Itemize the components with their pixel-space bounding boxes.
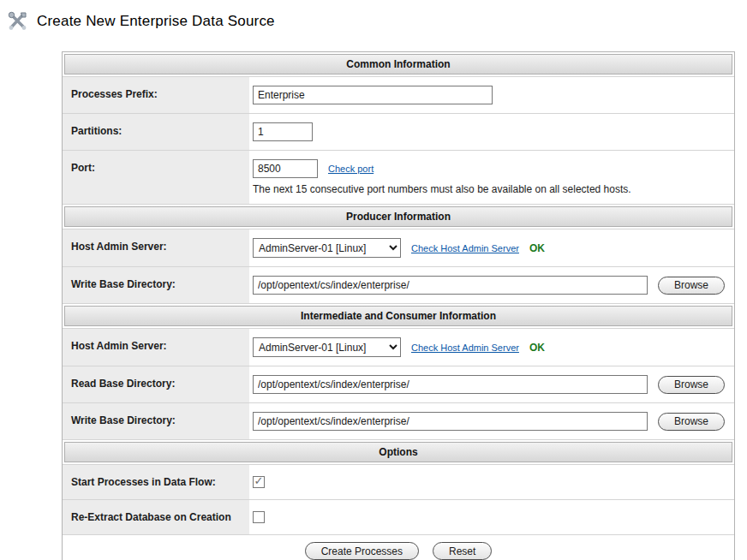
page-header: Create New Enterprise Data Source <box>0 0 747 36</box>
read-dir-input[interactable] <box>253 375 648 394</box>
producer-host-label: Host Admin Server: <box>63 229 249 266</box>
port-label: Port: <box>63 151 249 204</box>
admin-tools-icon <box>6 10 28 33</box>
start-processes-checkbox[interactable] <box>253 476 265 488</box>
section-producer: Producer Information <box>63 205 734 229</box>
read-dir-browse-button[interactable]: Browse <box>658 376 725 394</box>
section-options: Options <box>63 440 734 465</box>
create-processes-button[interactable]: Create Processes <box>305 542 419 560</box>
row-read-dir: Read Base Directory: Browse <box>63 366 734 403</box>
read-dir-label: Read Base Directory: <box>63 366 249 402</box>
intermediate-host-status: OK <box>529 342 545 354</box>
producer-check-host-link[interactable]: Check Host Admin Server <box>411 243 519 253</box>
intermediate-host-label: Host Admin Server: <box>63 329 249 366</box>
form-actions: Create Processes Reset <box>63 535 734 560</box>
row-start-processes: Start Processes in Data Flow: <box>63 465 734 500</box>
producer-write-dir-label: Write Base Directory: <box>63 267 249 303</box>
reextract-label: Re-Extract Database on Creation <box>63 500 249 534</box>
intermediate-write-dir-browse-button[interactable]: Browse <box>658 413 725 431</box>
intermediate-write-dir-label: Write Base Directory: <box>63 403 249 439</box>
row-producer-write-dir: Write Base Directory: Browse <box>63 267 734 304</box>
start-processes-label: Start Processes in Data Flow: <box>63 465 249 499</box>
producer-host-status: OK <box>529 242 545 254</box>
section-common: Common Information <box>63 52 734 77</box>
row-reextract: Re-Extract Database on Creation <box>63 500 734 535</box>
page-title: Create New Enterprise Data Source <box>37 13 275 30</box>
producer-host-select[interactable]: AdminServer-01 [Linux] <box>253 238 401 258</box>
reset-button[interactable]: Reset <box>433 542 492 560</box>
row-intermediate-write-dir: Write Base Directory: Browse <box>63 403 734 440</box>
partitions-input[interactable] <box>253 122 313 141</box>
row-intermediate-host: Host Admin Server: AdminServer-01 [Linux… <box>63 329 734 366</box>
port-note: The next 15 consecutive port numbers mus… <box>253 183 727 195</box>
intermediate-check-host-link[interactable]: Check Host Admin Server <box>411 343 519 353</box>
producer-write-dir-input[interactable] <box>253 276 648 295</box>
row-processes-prefix: Processes Prefix: <box>63 77 734 114</box>
port-input[interactable] <box>253 159 318 178</box>
section-header-intermediate: Intermediate and Consumer Information <box>64 306 732 326</box>
row-port: Port: Check port The next 15 consecutive… <box>63 151 734 205</box>
row-partitions: Partitions: <box>63 114 734 151</box>
intermediate-host-select[interactable]: AdminServer-01 [Linux] <box>253 337 401 357</box>
reextract-checkbox[interactable] <box>253 511 265 523</box>
processes-prefix-input[interactable] <box>253 86 493 104</box>
intermediate-write-dir-input[interactable] <box>253 412 648 431</box>
create-data-source-form: Common Information Processes Prefix: Par… <box>62 51 735 560</box>
producer-write-dir-browse-button[interactable]: Browse <box>658 277 725 295</box>
partitions-label: Partitions: <box>63 114 249 150</box>
section-intermediate: Intermediate and Consumer Information <box>63 304 734 329</box>
section-header-producer: Producer Information <box>64 206 732 227</box>
processes-prefix-label: Processes Prefix: <box>63 77 249 113</box>
section-header-common: Common Information <box>64 54 732 74</box>
row-producer-host: Host Admin Server: AdminServer-01 [Linux… <box>63 229 734 267</box>
check-port-link[interactable]: Check port <box>328 164 374 174</box>
section-header-options: Options <box>64 442 732 462</box>
